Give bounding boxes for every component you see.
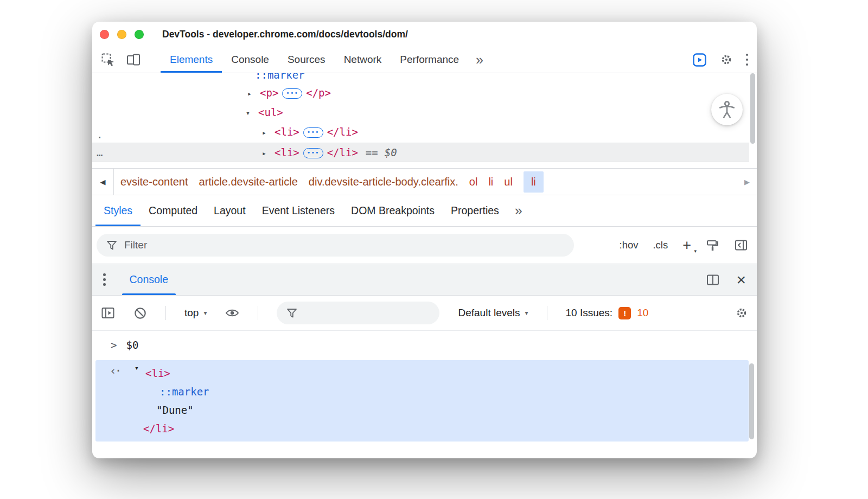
split-panel-icon[interactable]: [706, 273, 720, 286]
echo-expression: $0: [126, 339, 138, 351]
dropdown-caret-icon: ▾: [694, 249, 697, 254]
more-panels-icon[interactable]: »: [476, 52, 483, 68]
expand-arrow-icon[interactable]: ▸: [247, 84, 260, 104]
scrollbar-thumb[interactable]: [750, 73, 755, 144]
clear-console-icon[interactable]: [133, 306, 147, 320]
issues-counter[interactable]: 10 Issues: ! 10: [566, 307, 649, 319]
scrollbar-thumb[interactable]: [749, 363, 754, 439]
close-window-button[interactable]: [100, 30, 109, 39]
breadcrumb-item[interactable]: evsite-content: [120, 176, 188, 188]
tag-open: <p>: [260, 87, 278, 99]
collapse-arrow-icon[interactable]: ▾: [135, 364, 139, 372]
console-filter-field[interactable]: [277, 302, 439, 324]
titlebar: DevTools - developer.chrome.com/docs/dev…: [92, 22, 757, 47]
selected-row-highlight: [92, 143, 749, 162]
breadcrumb-item-selected[interactable]: li: [524, 171, 544, 193]
tag-open: <li>: [275, 126, 299, 138]
drawer-menu-kebab-icon[interactable]: [103, 272, 106, 287]
breadcrumb-next-icon[interactable]: ▶: [737, 169, 757, 195]
breadcrumb-item[interactable]: article.devsite-article: [199, 176, 298, 188]
issues-count: 10: [637, 307, 648, 319]
tab-elements[interactable]: Elements: [161, 47, 222, 73]
accessibility-button[interactable]: [711, 94, 743, 125]
breadcrumb-item[interactable]: ol: [469, 176, 478, 188]
console-drawer-header: Console ×: [92, 264, 757, 296]
tab-styles[interactable]: Styles: [95, 195, 141, 226]
tab-performance[interactable]: Performance: [391, 47, 468, 73]
tab-event-listeners[interactable]: Event Listeners: [254, 195, 343, 226]
filter-funnel-icon: [286, 308, 297, 318]
ellipsis-button[interactable]: •••: [303, 148, 323, 158]
expand-arrow-icon[interactable]: ▸: [262, 144, 275, 163]
dropdown-caret-icon: ▾: [525, 309, 528, 317]
close-drawer-icon[interactable]: ×: [736, 272, 746, 288]
dropdown-caret-icon: ▾: [203, 309, 207, 317]
drawer-tab-console[interactable]: Console: [122, 264, 176, 295]
log-levels-selector[interactable]: Default levels ▾: [458, 307, 528, 319]
tab-network[interactable]: Network: [335, 47, 391, 73]
live-expression-eye-icon[interactable]: [225, 308, 239, 318]
panel-tabs: Elements Console Sources Network Perform…: [161, 47, 468, 73]
new-style-rule-button[interactable]: +▾: [682, 238, 691, 253]
tab-computed[interactable]: Computed: [141, 195, 206, 226]
filter-funnel-icon: [106, 240, 117, 251]
ellipsis-button[interactable]: •••: [282, 88, 302, 99]
gutter-ellipsis: …: [97, 143, 103, 162]
tag-open: <ul>: [258, 106, 283, 118]
zoom-window-button[interactable]: [135, 30, 144, 39]
styles-filter-field[interactable]: [97, 234, 574, 257]
tab-layout[interactable]: Layout: [206, 195, 254, 226]
sync-icon[interactable]: [692, 53, 707, 67]
tab-dom-breakpoints[interactable]: DOM Breakpoints: [343, 195, 443, 226]
window-title: DevTools - developer.chrome.com/docs/dev…: [162, 29, 408, 40]
expand-arrow-icon[interactable]: ▸: [262, 123, 275, 143]
console-sidebar-icon[interactable]: [101, 306, 115, 319]
console-echo-row: >$0: [92, 335, 757, 355]
result-text-value: "Dune": [95, 401, 749, 419]
console-settings-gear-icon[interactable]: [735, 306, 748, 319]
console-result-block: ‹· ▾ <li> ::marker "Dune" </li>: [95, 360, 749, 442]
settings-gear-icon[interactable]: [720, 53, 733, 66]
dom-tree-row[interactable]: ▾<ul>: [246, 103, 283, 122]
breadcrumb-item[interactable]: div.devsite-article-body.clearfix.: [309, 176, 458, 188]
sidebar-toggle-icon[interactable]: [734, 239, 748, 252]
tag-close: </p>: [306, 87, 331, 99]
drawer-header-right: ×: [706, 272, 746, 288]
dom-tree-panel: ::marker ▸<p>•••</p> ▾<ul> ▸<li>•••</li>…: [92, 73, 757, 168]
paint-roller-icon[interactable]: [706, 239, 719, 252]
result-tag-close: </li>: [143, 423, 174, 434]
tab-sources[interactable]: Sources: [278, 47, 335, 73]
device-toolbar-icon[interactable]: [126, 53, 141, 66]
menu-kebab-icon[interactable]: [746, 53, 749, 67]
styles-toolbar-buttons: :hov .cls +▾: [620, 238, 749, 253]
collapse-arrow-icon[interactable]: ▾: [246, 104, 258, 123]
tab-properties[interactable]: Properties: [443, 195, 507, 226]
styles-filter-input[interactable]: [124, 239, 564, 251]
console-filter-input[interactable]: [304, 307, 430, 319]
dom-tree-row[interactable]: ▸<li>•••</li>: [262, 122, 358, 142]
issues-label: 10 Issues:: [566, 307, 613, 319]
styles-pane-tabs: Styles Computed Layout Event Listeners D…: [92, 195, 757, 227]
toggle-element-state-button[interactable]: :hov: [620, 239, 639, 251]
breadcrumb-prev-icon[interactable]: ◀: [92, 169, 114, 195]
divider: [165, 306, 166, 320]
devtools-toolbar: Elements Console Sources Network Perform…: [92, 47, 757, 73]
element-classes-button[interactable]: .cls: [653, 239, 668, 251]
ellipsis-button[interactable]: •••: [303, 127, 323, 138]
more-tabs-icon[interactable]: »: [515, 203, 522, 219]
dom-tree-row[interactable]: ▸<p>•••</p>: [247, 83, 331, 103]
dom-tree-row-selected[interactable]: ▸<li>•••</li>==$0: [262, 143, 397, 162]
breadcrumb-item[interactable]: li: [488, 176, 493, 188]
return-value-arrow-icon: ‹·: [110, 364, 120, 378]
tab-console[interactable]: Console: [222, 47, 278, 73]
console-output: >$0 ‹· ▾ <li> ::marker "Dune" </li>: [92, 331, 757, 458]
breadcrumb-item[interactable]: ul: [504, 176, 513, 188]
dollar-zero-ref: $0: [385, 146, 397, 158]
console-toolbar: top ▾ Default levels ▾ 10 Issues: ! 10: [92, 296, 757, 331]
divider: [258, 306, 258, 320]
devtools-window: DevTools - developer.chrome.com/docs/dev…: [92, 22, 757, 458]
inspect-element-icon[interactable]: [101, 53, 115, 67]
minimize-window-button[interactable]: [117, 30, 126, 39]
result-tag-open: <li>: [145, 367, 170, 379]
context-selector[interactable]: top ▾: [184, 307, 207, 319]
